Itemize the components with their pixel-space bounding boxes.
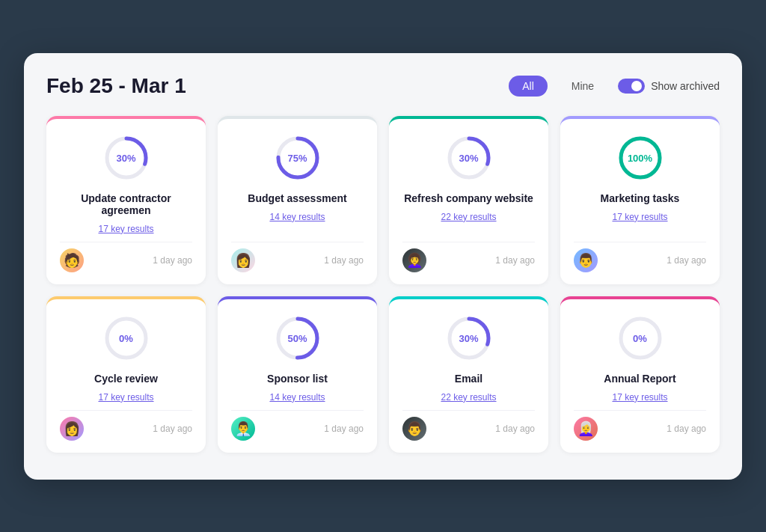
progress-label: 100%: [628, 152, 652, 163]
progress-circle: 100%: [574, 134, 706, 182]
card-key-results[interactable]: 14 key results: [231, 212, 364, 222]
avatar: 👩‍🦳: [574, 417, 598, 441]
toggle-knob: [631, 81, 642, 91]
show-archived-toggle[interactable]: [618, 79, 645, 94]
card-time: 1 day ago: [667, 255, 706, 266]
page-title: Feb 25 - Mar 1: [46, 74, 186, 98]
card-footer: 👩‍🦳 1 day ago: [574, 410, 706, 441]
avatar: 👩: [231, 248, 255, 272]
filter-mine-button[interactable]: Mine: [558, 76, 607, 97]
card-time: 1 day ago: [153, 424, 192, 434]
progress-label: 75%: [287, 152, 307, 163]
card-key-results[interactable]: 22 key results: [402, 212, 535, 222]
card-time: 1 day ago: [153, 255, 192, 266]
card-footer: 👩 1 day ago: [60, 410, 192, 441]
card-footer: 👨 1 day ago: [402, 410, 535, 441]
avatar: 👨: [402, 417, 426, 441]
card-footer: 👩‍🦱 1 day ago: [402, 242, 535, 272]
project-card-card-8[interactable]: 0% Annual Report 17 key results 👩‍🦳 1 da…: [560, 296, 720, 453]
progress-circle: 0%: [574, 314, 706, 362]
card-title: Annual Report: [574, 373, 706, 385]
card-key-results[interactable]: 22 key results: [402, 392, 535, 403]
card-time: 1 day ago: [324, 424, 364, 434]
project-card-card-3[interactable]: 30% Refresh company website 22 key resul…: [389, 116, 548, 284]
progress-label: 0%: [633, 332, 647, 343]
progress-circle: 50%: [231, 314, 364, 362]
avatar: 👨: [574, 248, 598, 272]
progress-circle: 75%: [231, 134, 364, 182]
avatar: 👨‍💼: [231, 417, 255, 441]
avatar: 👩‍🦱: [402, 248, 426, 272]
card-key-results[interactable]: 17 key results: [574, 392, 706, 403]
project-card-card-2[interactable]: 75% Budget assessment 14 key results 👩 1…: [218, 116, 377, 284]
progress-label: 30%: [459, 152, 478, 163]
card-key-results[interactable]: 14 key results: [231, 392, 364, 403]
progress-label: 50%: [287, 332, 307, 343]
card-title: Sponsor list: [231, 373, 364, 385]
project-card-card-6[interactable]: 50% Sponsor list 14 key results 👨‍💼 1 da…: [218, 296, 377, 453]
header-controls: All Mine Show archived: [509, 76, 720, 97]
card-key-results[interactable]: 17 key results: [60, 224, 192, 234]
project-card-card-1[interactable]: 30% Update contractor agreemen 17 key re…: [46, 116, 206, 284]
main-panel: Feb 25 - Mar 1 All Mine Show archived 30…: [24, 53, 742, 480]
progress-circle: 0%: [60, 314, 192, 362]
card-time: 1 day ago: [495, 255, 535, 266]
show-archived-label: Show archived: [651, 80, 720, 92]
card-key-results[interactable]: 17 key results: [574, 212, 706, 222]
progress-label: 30%: [116, 152, 135, 163]
progress-circle: 30%: [60, 134, 192, 182]
card-title: Email: [402, 373, 535, 385]
project-card-card-7[interactable]: 30% Email 22 key results 👨 1 day ago: [389, 296, 548, 453]
cards-grid: 30% Update contractor agreemen 17 key re…: [46, 116, 720, 453]
card-key-results[interactable]: 17 key results: [60, 392, 192, 403]
filter-all-button[interactable]: All: [509, 76, 548, 97]
card-footer: 👨 1 day ago: [574, 242, 706, 272]
project-card-card-5[interactable]: 0% Cycle review 17 key results 👩 1 day a…: [46, 296, 206, 453]
show-archived-toggle-row: Show archived: [618, 79, 720, 94]
project-card-card-4[interactable]: 100% Marketing tasks 17 key results 👨 1 …: [560, 116, 720, 284]
card-footer: 👨‍💼 1 day ago: [231, 410, 364, 441]
card-title: Cycle review: [60, 373, 192, 385]
avatar: 👩: [60, 417, 84, 441]
card-time: 1 day ago: [667, 424, 706, 434]
card-footer: 👩 1 day ago: [231, 242, 364, 272]
card-footer: 🧑 1 day ago: [60, 242, 192, 272]
card-title: Refresh company website: [402, 192, 535, 204]
header: Feb 25 - Mar 1 All Mine Show archived: [46, 74, 720, 98]
progress-circle: 30%: [402, 314, 535, 362]
progress-label: 30%: [459, 332, 478, 343]
progress-circle: 30%: [402, 134, 535, 182]
card-title: Marketing tasks: [574, 192, 706, 204]
card-time: 1 day ago: [324, 255, 364, 266]
card-title: Update contractor agreemen: [60, 192, 192, 216]
card-title: Budget assessment: [231, 192, 364, 204]
card-time: 1 day ago: [495, 424, 535, 434]
avatar: 🧑: [60, 248, 84, 272]
progress-label: 0%: [119, 332, 133, 343]
